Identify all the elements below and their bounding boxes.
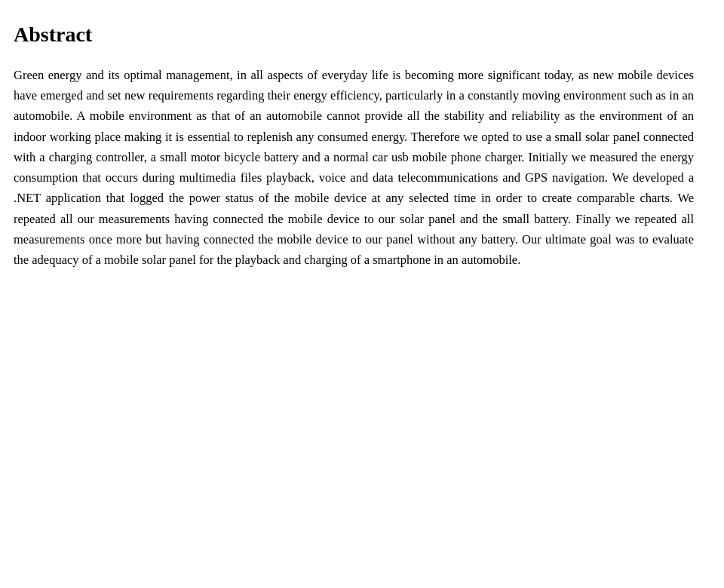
abstract-heading: Abstract — [14, 23, 694, 47]
abstract-paragraph-1: Green energy and its optimal management,… — [14, 65, 694, 270]
abstract-body: Green energy and its optimal management,… — [14, 65, 694, 270]
